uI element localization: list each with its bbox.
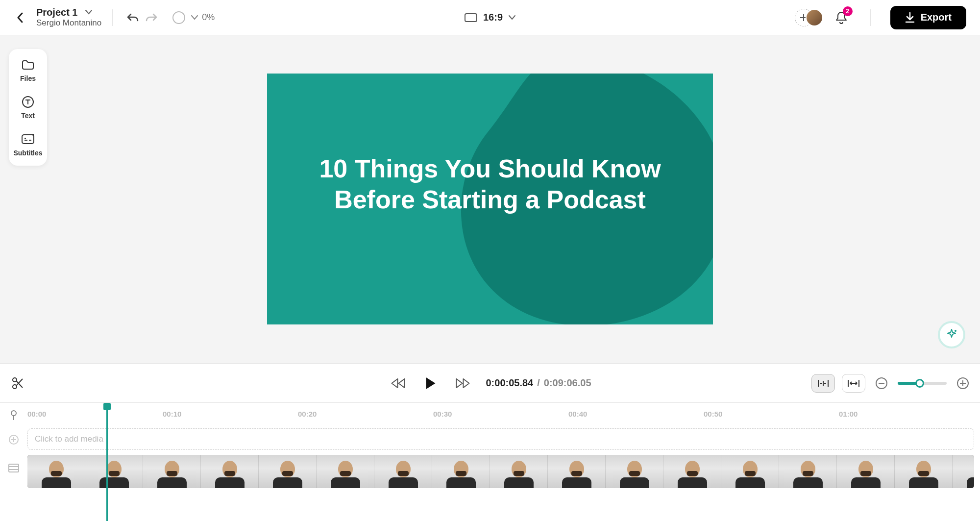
text-icon <box>21 95 35 109</box>
snap-icon <box>817 378 830 388</box>
project-owner: Sergio Montanino <box>36 18 101 28</box>
rail-item-text[interactable]: Text <box>21 95 35 120</box>
transport-bar: 0:00:05.84 / 0:09:06.05 <box>0 363 980 402</box>
fit-icon <box>847 379 860 388</box>
add-media-placeholder: Click to add media <box>35 434 103 444</box>
redo-icon <box>145 13 158 23</box>
video-track-button[interactable] <box>4 461 23 475</box>
chevron-down-icon <box>509 15 515 20</box>
export-label: Export <box>921 12 952 23</box>
zoom-in-button[interactable] <box>954 374 972 393</box>
collaborators[interactable] <box>795 9 823 26</box>
back-button[interactable] <box>14 11 27 25</box>
video-preview[interactable]: 10 Things You Should Know Before Startin… <box>267 74 713 324</box>
notification-badge: 2 <box>843 6 853 16</box>
clip-thumbnail[interactable] <box>721 455 779 488</box>
canvas-area: Files Text Subtitles 10 Things You Shoul… <box>0 35 980 363</box>
clip-thumbnail[interactable] <box>953 455 974 488</box>
subtitles-icon <box>21 132 35 146</box>
add-track-button[interactable] <box>4 432 23 447</box>
svg-point-7 <box>11 411 16 416</box>
magic-ai-button[interactable] <box>938 321 965 348</box>
clip-thumbnail[interactable] <box>895 455 953 488</box>
progress-percent: 0% <box>202 12 215 23</box>
fit-button[interactable] <box>842 374 865 393</box>
timeline: 00:0000:1000:2000:3000:4000:5001:00 Clic… <box>0 402 980 521</box>
status-circle[interactable] <box>170 8 188 27</box>
chevron-left-icon <box>17 12 24 23</box>
playhead[interactable] <box>106 404 108 521</box>
video-track[interactable] <box>27 455 974 488</box>
notifications-button[interactable]: 2 <box>832 8 851 27</box>
zoom-slider[interactable] <box>898 382 947 385</box>
circle-icon <box>172 11 185 24</box>
plus-circle-icon <box>956 377 969 390</box>
ruler-mark: 00:30 <box>433 410 452 418</box>
clip-thumbnail[interactable] <box>201 455 259 488</box>
clip-thumbnail[interactable] <box>490 455 548 488</box>
rail-label: Text <box>21 112 35 120</box>
ruler-mark: 00:50 <box>704 410 722 418</box>
clip-thumbnail[interactable] <box>837 455 895 488</box>
add-media-row[interactable]: Click to add media <box>27 428 974 450</box>
clip-thumbnail[interactable] <box>779 455 837 488</box>
clip-thumbnail[interactable] <box>663 455 721 488</box>
zoom-out-button[interactable] <box>872 374 891 393</box>
rail-label: Files <box>20 74 36 82</box>
clip-thumbnail[interactable] <box>85 455 143 488</box>
time-readout: 0:00:05.84 / 0:09:06.05 <box>486 377 591 389</box>
project-name[interactable]: Project 1 <box>36 6 77 18</box>
time-separator: / <box>537 377 540 389</box>
clip-thumbnail[interactable] <box>317 455 374 488</box>
keyframe-button[interactable] <box>4 408 23 422</box>
clip-thumbnail[interactable] <box>259 455 317 488</box>
zoom-slider-thumb[interactable] <box>915 379 924 388</box>
plus-circle-icon <box>8 434 19 445</box>
avatar[interactable] <box>806 9 823 26</box>
redo-button[interactable] <box>142 8 161 27</box>
left-rail: Files Text Subtitles <box>9 49 47 166</box>
aspect-ratio-icon <box>465 13 477 22</box>
undo-icon <box>126 13 139 23</box>
ruler-mark: 00:10 <box>163 410 181 418</box>
rail-item-subtitles[interactable]: Subtitles <box>13 132 42 157</box>
top-bar: Project 1 Sergio Montanino 0% 16:9 2 <box>0 0 980 35</box>
aspect-ratio-value: 16:9 <box>483 12 503 23</box>
clip-thumbnail[interactable] <box>374 455 432 488</box>
clip-thumbnail[interactable] <box>606 455 663 488</box>
timeline-ruler[interactable]: 00:0000:1000:2000:3000:4000:5001:00 <box>27 403 974 425</box>
film-icon <box>8 463 20 473</box>
svg-rect-1 <box>22 135 34 144</box>
play-button[interactable] <box>421 374 440 393</box>
undo-button[interactable] <box>123 8 142 27</box>
ruler-mark: 00:20 <box>298 410 317 418</box>
fast-forward-button[interactable] <box>453 374 472 393</box>
minus-circle-icon <box>875 377 888 390</box>
chevron-down-icon[interactable] <box>191 15 198 20</box>
scissors-icon <box>12 377 24 390</box>
clip-thumbnail[interactable] <box>27 455 85 488</box>
snap-button[interactable] <box>811 374 835 393</box>
preview-title: 10 Things You Should Know Before Startin… <box>267 153 713 215</box>
aspect-ratio-selector[interactable]: 16:9 <box>465 12 515 23</box>
svg-rect-9 <box>9 464 19 472</box>
fast-forward-icon <box>455 378 470 389</box>
rail-label: Subtitles <box>13 149 42 157</box>
preview-title-line1: 10 Things You Should Know <box>319 154 661 183</box>
sparkle-icon <box>945 328 958 341</box>
divider <box>112 9 113 26</box>
clip-thumbnail[interactable] <box>432 455 490 488</box>
clip-thumbnail[interactable] <box>548 455 606 488</box>
export-button[interactable]: Export <box>890 6 966 29</box>
rail-item-files[interactable]: Files <box>20 58 36 82</box>
folder-icon <box>21 58 35 72</box>
scissors-button[interactable] <box>8 374 27 393</box>
clip-thumbnail[interactable] <box>143 455 201 488</box>
pin-icon <box>9 410 18 421</box>
project-info: Project 1 Sergio Montanino <box>36 6 101 28</box>
chevron-down-icon[interactable] <box>85 10 92 15</box>
rewind-button[interactable] <box>389 374 407 393</box>
ruler-mark: 00:40 <box>568 410 587 418</box>
play-icon <box>424 376 436 390</box>
playback-controls: 0:00:05.84 / 0:09:06.05 <box>389 374 591 393</box>
